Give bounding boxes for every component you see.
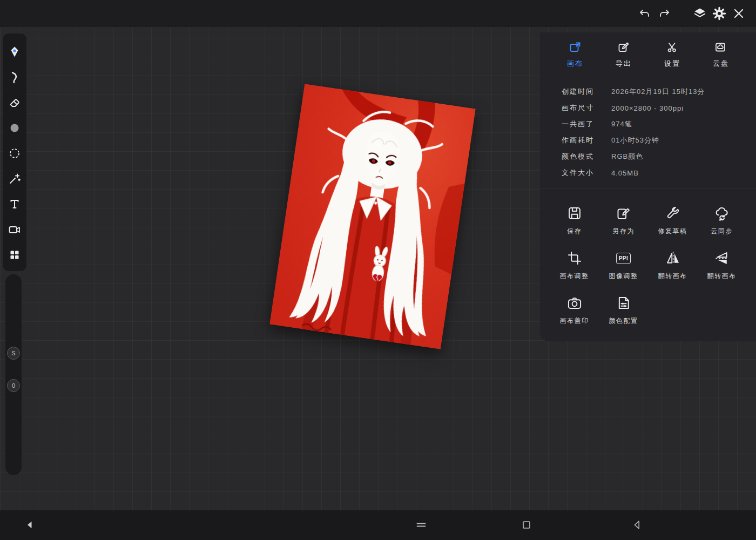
repair-draft-icon (665, 204, 680, 222)
redo-icon[interactable] (654, 4, 674, 23)
save-icon (567, 204, 582, 222)
camera-icon (567, 294, 582, 312)
action-label: 翻转画布 (707, 272, 737, 281)
panel-tabs: 画布 导出 设置 (540, 32, 756, 72)
info-value: 2000×2800 - 300ppi (611, 104, 684, 112)
ppi-icon: PPI (616, 249, 631, 267)
canvas-settings-panel: 画布 导出 设置 (540, 32, 756, 341)
flip-canvas-v-button[interactable]: 翻转画布 (697, 249, 746, 281)
action-label: 云同步 (711, 227, 733, 236)
info-label: 画布尺寸 (562, 103, 611, 113)
info-row-time-spent: 作画耗时 01小时53分钟 (562, 132, 756, 148)
canvas-stamp-button[interactable]: 画布盖印 (550, 294, 599, 326)
cloud-sync-button[interactable]: 云同步 (697, 204, 746, 236)
info-value: RGB颜色 (611, 152, 643, 161)
info-label: 作画耗时 (562, 136, 611, 145)
export-tab-icon (617, 41, 630, 56)
canvas-tab-icon (569, 41, 582, 56)
smudge-tool-icon[interactable] (5, 64, 24, 90)
collapse-sidebar-icon[interactable] (24, 518, 37, 531)
info-value: 4.05MB (611, 169, 639, 177)
tab-export[interactable]: 导出 (605, 41, 643, 69)
tab-export-label: 导出 (616, 59, 632, 69)
layers-icon[interactable] (690, 4, 710, 23)
nav-back-icon[interactable] (631, 518, 644, 531)
save-button[interactable]: 保存 (550, 204, 599, 236)
cloud-tab-icon (714, 41, 727, 56)
settings-tab-icon (666, 41, 679, 56)
bottom-nav-bar (0, 510, 756, 540)
repair-draft-button[interactable]: 修复草稿 (648, 204, 697, 236)
brush-slider[interactable]: S 0 (5, 274, 22, 475)
tab-canvas[interactable]: 画布 (556, 41, 594, 69)
flip-vertical-icon (714, 249, 730, 267)
info-value: 2026年02月19日 15时13分 (611, 87, 705, 97)
tab-settings[interactable]: 设置 (653, 41, 691, 69)
action-label: 画布盖印 (560, 316, 589, 326)
artwork-illustration (269, 84, 476, 349)
artwork-canvas[interactable] (269, 84, 476, 349)
info-row-file-size: 文件大小 4.05MB (562, 165, 756, 181)
eraser-tool-icon[interactable] (5, 90, 24, 115)
action-label: 翻转画布 (658, 272, 687, 281)
info-label: 创建时间 (562, 87, 611, 97)
settings-gear-icon[interactable] (710, 4, 729, 23)
info-label: 一共画了 (562, 119, 611, 129)
color-config-button[interactable]: 颜色配置 (599, 294, 648, 326)
nav-recents-icon[interactable] (415, 518, 428, 531)
crop-icon (567, 249, 582, 267)
video-tool-icon[interactable] (5, 217, 24, 242)
action-label: 图像调整 (609, 272, 638, 281)
action-label: 修复草稿 (658, 227, 687, 236)
top-bar (0, 0, 756, 27)
info-row-color-mode: 颜色模式 RGB颜色 (562, 148, 756, 165)
undo-icon[interactable] (635, 4, 654, 23)
action-label: 保存 (567, 227, 582, 236)
selection-tool-icon[interactable] (5, 140, 24, 166)
tab-canvas-label: 画布 (567, 59, 583, 69)
canvas-info-list: 创建时间 2026年02月19日 15时13分 画布尺寸 2000×2800 -… (540, 72, 756, 181)
info-row-size: 画布尺寸 2000×2800 - 300ppi (562, 100, 756, 116)
color-config-icon (616, 294, 631, 312)
tab-cloud-label: 云盘 (713, 59, 729, 69)
info-label: 文件大小 (562, 168, 611, 178)
info-value: 974笔 (611, 119, 632, 129)
flip-horizontal-icon (665, 249, 680, 267)
flip-canvas-h-button[interactable]: 翻转画布 (648, 249, 697, 281)
magic-wand-icon[interactable] (5, 166, 24, 191)
close-icon[interactable] (729, 4, 748, 23)
action-label: 颜色配置 (609, 316, 638, 326)
action-label: 画布调整 (560, 272, 589, 281)
text-tool-icon[interactable] (5, 191, 24, 217)
action-label: 另存为 (612, 227, 634, 236)
color-swatch-icon[interactable] (5, 115, 24, 140)
slider-zero-button[interactable]: 0 (7, 379, 20, 392)
grid-tool-icon[interactable] (5, 242, 24, 267)
info-value: 01小时53分钟 (611, 136, 659, 145)
tab-cloud[interactable]: 云盘 (702, 41, 740, 69)
slider-s-button[interactable]: S (7, 347, 20, 360)
info-row-created: 创建时间 2026年02月19日 15时13分 (562, 84, 756, 100)
paint-tool-icon[interactable] (5, 39, 24, 64)
panel-actions: 保存 另存为 修复草稿 (540, 188, 756, 326)
tab-settings-label: 设置 (664, 59, 680, 69)
image-adjust-button[interactable]: PPI 图像调整 (599, 249, 648, 281)
ppi-icon-text: PPI (616, 253, 631, 264)
tool-sidebar (3, 33, 26, 271)
canvas-adjust-button[interactable]: 画布调整 (550, 249, 599, 281)
info-label: 颜色模式 (562, 152, 611, 161)
cloud-sync-icon (714, 204, 730, 222)
save-as-icon (616, 204, 631, 222)
save-as-button[interactable]: 另存为 (599, 204, 648, 236)
info-row-strokes: 一共画了 974笔 (562, 116, 756, 132)
nav-home-icon[interactable] (520, 518, 533, 531)
